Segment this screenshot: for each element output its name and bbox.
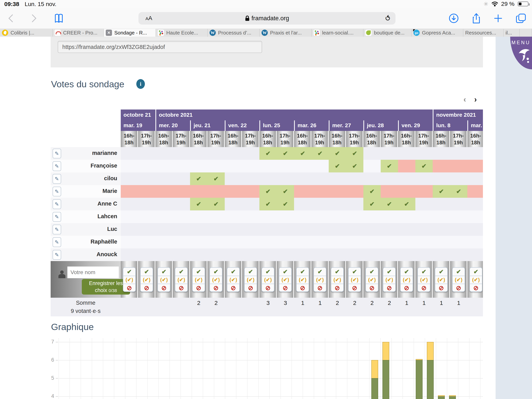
vote-option-no[interactable]: ⊘	[418, 284, 430, 292]
vote-option-yes[interactable]: ✔	[453, 268, 465, 276]
vote-option-yes[interactable]: ✔	[262, 268, 274, 276]
vote-option-no[interactable]: ⊘	[123, 284, 135, 292]
vote-option-no[interactable]: ⊘	[227, 284, 239, 292]
vote-option-no[interactable]: ⊘	[453, 284, 465, 292]
address-bar[interactable]: AA framadate.org ⟳	[139, 12, 395, 25]
vote-option-yes[interactable]: ✔	[383, 268, 395, 276]
tab-processus-d[interactable]: WProcessus d’...	[208, 29, 260, 37]
info-icon[interactable]: i	[136, 79, 145, 89]
vote-option-no[interactable]: ⊘	[141, 284, 153, 292]
day-header: lun. 25	[259, 120, 294, 131]
vote-option-yes[interactable]: ✔	[158, 268, 170, 276]
vote-option-no[interactable]: ⊘	[210, 284, 222, 292]
vote-option-ifneedbe[interactable]: (✔)	[141, 276, 153, 284]
tab-learn-social[interactable]: learn-social....	[311, 29, 363, 37]
vote-option-ifneedbe[interactable]: (✔)	[210, 276, 222, 284]
vote-option-ifneedbe[interactable]: (✔)	[193, 276, 205, 284]
reload-button[interactable]: ⟳	[383, 15, 392, 21]
vote-option-ifneedbe[interactable]: (✔)	[175, 276, 187, 284]
vote-option-ifneedbe[interactable]: (✔)	[297, 276, 309, 284]
back-button[interactable]	[6, 8, 16, 29]
tab-close-icon[interactable]: ✕	[106, 30, 112, 36]
vote-option-no[interactable]: ⊘	[193, 284, 205, 292]
vote-option-ifneedbe[interactable]: (✔)	[470, 276, 482, 284]
tab-sondage-r[interactable]: ✕Sondage - R...	[104, 29, 156, 37]
vote-option-yes[interactable]: ✔	[314, 268, 326, 276]
vote-option-ifneedbe[interactable]: (✔)	[348, 276, 361, 284]
vote-option-yes[interactable]: ✔	[348, 268, 361, 276]
edit-vote-button[interactable]: ✎	[53, 161, 61, 171]
pager-prev-icon[interactable]: ‹	[463, 95, 466, 104]
tab-empty[interactable]	[519, 29, 532, 37]
vote-option-no[interactable]: ⊘	[262, 284, 274, 292]
tab-ressources[interactable]: Ressources...	[463, 29, 504, 37]
edit-vote-button[interactable]: ✎	[53, 187, 61, 196]
vote-option-ifneedbe[interactable]: (✔)	[331, 276, 343, 284]
edit-vote-button[interactable]: ✎	[53, 225, 61, 234]
vote-option-yes[interactable]: ✔	[123, 268, 135, 276]
vote-option-ifneedbe[interactable]: (✔)	[123, 276, 135, 284]
vote-option-ifneedbe[interactable]: (✔)	[279, 276, 291, 284]
share-button[interactable]	[470, 8, 482, 29]
vote-option-yes[interactable]: ✔	[193, 268, 205, 276]
forward-button[interactable]	[29, 8, 39, 29]
tab-praxis-et-l-ar[interactable]: WPraxis et l'ar...	[260, 29, 311, 37]
vote-option-ifneedbe[interactable]: (✔)	[435, 276, 447, 284]
edit-vote-button[interactable]: ✎	[53, 250, 61, 260]
poll-link-input[interactable]	[58, 41, 262, 53]
vote-option-yes[interactable]: ✔	[435, 268, 447, 276]
edit-vote-button[interactable]: ✎	[53, 212, 61, 222]
bookmarks-button[interactable]	[53, 8, 65, 29]
vote-option-no[interactable]: ⊘	[158, 284, 170, 292]
edit-vote-button[interactable]: ✎	[53, 149, 61, 158]
vote-option-ifneedbe[interactable]: (✔)	[418, 276, 430, 284]
vote-option-yes[interactable]: ✔	[297, 268, 309, 276]
vote-option-no[interactable]: ⊘	[470, 284, 482, 292]
vote-option-ifneedbe[interactable]: (✔)	[400, 276, 413, 284]
tab-haute-ecole[interactable]: Haute Ecole...	[156, 29, 208, 37]
vote-option-ifneedbe[interactable]: (✔)	[262, 276, 274, 284]
vote-option-no[interactable]: ⊘	[175, 284, 187, 292]
vote-option-ifneedbe[interactable]: (✔)	[245, 276, 257, 284]
vote-option-ifneedbe[interactable]: (✔)	[227, 276, 239, 284]
voter-name-input[interactable]	[67, 266, 119, 278]
tab-colibris[interactable]: Colibris |...	[0, 29, 53, 37]
vote-option-yes[interactable]: ✔	[210, 268, 222, 276]
vote-option-no[interactable]: ⊘	[400, 284, 413, 292]
vote-option-yes[interactable]: ✔	[279, 268, 291, 276]
vote-option-no[interactable]: ⊘	[297, 284, 309, 292]
edit-vote-button[interactable]: ✎	[53, 174, 61, 184]
vote-option-yes[interactable]: ✔	[175, 268, 187, 276]
vote-option-no[interactable]: ⊘	[366, 284, 378, 292]
vote-option-yes[interactable]: ✔	[400, 268, 413, 276]
vote-option-yes[interactable]: ✔	[331, 268, 343, 276]
tab-gopress-aca[interactable]: goGopress Aca...	[412, 29, 463, 37]
tab-creer-pro[interactable]: CREER - Pro...	[53, 29, 104, 37]
vote-option-ifneedbe[interactable]: (✔)	[383, 276, 395, 284]
edit-vote-button[interactable]: ✎	[53, 199, 61, 209]
vote-option-no[interactable]: ⊘	[383, 284, 395, 292]
vote-option-ifneedbe[interactable]: (✔)	[314, 276, 326, 284]
vote-option-yes[interactable]: ✔	[470, 268, 482, 276]
vote-option-ifneedbe[interactable]: (✔)	[366, 276, 378, 284]
vote-option-yes[interactable]: ✔	[227, 268, 239, 276]
vote-option-yes[interactable]: ✔	[141, 268, 153, 276]
downloads-button[interactable]	[448, 8, 460, 29]
edit-vote-button[interactable]: ✎	[53, 237, 61, 247]
pager-next-icon[interactable]: ›	[474, 95, 477, 104]
tab-overview-button[interactable]	[515, 8, 527, 29]
vote-option-no[interactable]: ⊘	[435, 284, 447, 292]
vote-option-no[interactable]: ⊘	[331, 284, 343, 292]
vote-option-ifneedbe[interactable]: (✔)	[158, 276, 170, 284]
vote-option-yes[interactable]: ✔	[245, 268, 257, 276]
tab-il[interactable]: il...	[504, 29, 519, 37]
vote-option-no[interactable]: ⊘	[348, 284, 361, 292]
vote-option-yes[interactable]: ✔	[418, 268, 430, 276]
vote-option-no[interactable]: ⊘	[279, 284, 291, 292]
vote-option-yes[interactable]: ✔	[366, 268, 378, 276]
vote-option-no[interactable]: ⊘	[314, 284, 326, 292]
new-tab-button[interactable]	[492, 8, 504, 29]
vote-option-ifneedbe[interactable]: (✔)	[453, 276, 465, 284]
tab-boutique-de[interactable]: boutique de...	[363, 29, 412, 37]
vote-option-no[interactable]: ⊘	[245, 284, 257, 292]
